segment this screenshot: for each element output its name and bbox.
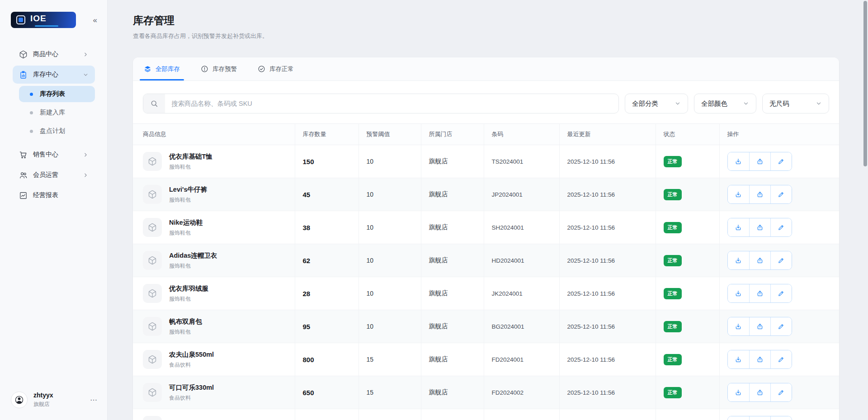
table-row[interactable]: 乐事薯片（原味） 正常 xyxy=(133,409,839,420)
search-input[interactable] xyxy=(165,94,618,113)
status-badge: 正常 xyxy=(664,255,682,266)
product-name: 农夫山泉550ml xyxy=(169,350,214,359)
table-row[interactable]: 优衣库基础T恤 服饰鞋包 150 10 旗舰店 TS2024001 2025-1… xyxy=(133,145,839,178)
product-name: 可口可乐330ml xyxy=(169,383,214,392)
barcode-value: FD2024002 xyxy=(484,376,559,409)
table-row[interactable]: Nike运动鞋 服饰鞋包 38 10 旗舰店 SH2024001 2025-12… xyxy=(133,211,839,244)
store-name: 旗舰店 xyxy=(421,343,484,376)
sidebar-item-inventory-center[interactable]: 库存中心 xyxy=(13,66,95,84)
collapse-icon[interactable]: « xyxy=(93,16,97,24)
sidebar-item-label: 会员运营 xyxy=(33,171,58,179)
table-row[interactable]: 帆布双肩包 服饰鞋包 95 10 旗舰店 BG2024001 2025-12-1… xyxy=(133,310,839,343)
tab-inventory-normal[interactable]: 库存正常 xyxy=(257,57,295,80)
page-subtitle: 查看各商品库存占用，识别预警并发起补货或出库。 xyxy=(133,32,839,40)
color-select[interactable]: 全部颜色 xyxy=(694,94,756,113)
product-text: 优衣库基础T恤 服饰鞋包 xyxy=(169,152,212,171)
table-row[interactable]: 优衣库羽绒服 服饰鞋包 28 10 旗舰店 JK2024001 2025-12-… xyxy=(133,277,839,310)
inbound-download-icon xyxy=(735,389,742,396)
sidebar-item-stocktake-plan[interactable]: 盘点计划 xyxy=(19,123,95,139)
tab-label: 全部库存 xyxy=(156,65,180,73)
tab-all-inventory[interactable]: 全部库存 xyxy=(143,57,181,80)
table-row[interactable]: 农夫山泉550ml 食品饮料 800 15 旗舰店 FD2024001 2025… xyxy=(133,343,839,376)
dot-icon xyxy=(30,111,33,114)
inbound-button[interactable] xyxy=(728,284,749,302)
inbound-button[interactable] xyxy=(728,152,749,170)
chevron-right-icon xyxy=(83,152,89,158)
product-cube-icon xyxy=(143,284,162,303)
barcode-value: BG2024001 xyxy=(484,310,559,343)
sidebar-item-product-center[interactable]: 商品中心 xyxy=(13,45,95,63)
outbound-button[interactable] xyxy=(749,152,770,170)
outbound-button[interactable] xyxy=(749,284,770,302)
edit-button[interactable] xyxy=(770,152,792,170)
inbound-button[interactable] xyxy=(728,185,749,203)
updated-time: 2025-12-10 11:56 xyxy=(559,244,656,277)
updated-time: 2025-12-10 11:56 xyxy=(559,178,656,211)
outbound-button[interactable] xyxy=(749,251,770,269)
category-select[interactable]: 全部分类 xyxy=(625,94,688,113)
outbound-button[interactable] xyxy=(749,416,770,420)
outbound-button[interactable] xyxy=(749,218,770,236)
layers-icon xyxy=(144,65,151,73)
edit-button[interactable] xyxy=(770,383,792,401)
outbound-share-icon xyxy=(756,224,764,231)
sidebar-item-member-ops[interactable]: 会员运营 xyxy=(13,166,95,184)
inbound-button[interactable] xyxy=(728,317,749,335)
table-row[interactable]: Adidas连帽卫衣 服饰鞋包 62 10 旗舰店 HD2024001 2025… xyxy=(133,244,839,277)
outbound-button[interactable] xyxy=(749,317,770,335)
action-group xyxy=(727,317,792,336)
scrollbar[interactable] xyxy=(863,1,867,166)
chevron-down-icon xyxy=(743,100,749,107)
store-name: 旗舰店 xyxy=(421,145,484,178)
edit-button[interactable] xyxy=(770,350,792,368)
stock-qty: 650 xyxy=(295,376,359,409)
ellipsis-icon[interactable]: ⋯ xyxy=(90,396,98,404)
outbound-share-icon xyxy=(756,290,764,297)
inbound-button[interactable] xyxy=(728,218,749,236)
logo-underline xyxy=(35,25,58,27)
inbound-download-icon xyxy=(735,323,742,330)
status-badge: 正常 xyxy=(664,189,682,200)
edit-button[interactable] xyxy=(770,218,792,236)
action-group xyxy=(727,185,792,204)
updated-time: 2025-12-10 11:56 xyxy=(559,310,656,343)
stock-qty: 800 xyxy=(295,343,359,376)
inbound-button[interactable] xyxy=(728,416,749,420)
edit-button[interactable] xyxy=(770,251,792,269)
store-name: 旗舰店 xyxy=(421,310,484,343)
inventory-table: 商品信息 库存数量 预警阈值 所属门店 条码 最近更新 状态 操作 优衣库基础T… xyxy=(133,123,839,420)
user-panel[interactable]: zhtyyx 旗舰店 ⋯ xyxy=(0,383,107,420)
product-name: Nike运动鞋 xyxy=(169,218,203,227)
tab-inventory-warning[interactable]: 库存预警 xyxy=(200,57,238,80)
edit-button[interactable] xyxy=(770,416,792,420)
edit-pencil-icon xyxy=(778,191,785,198)
inbound-button[interactable] xyxy=(728,251,749,269)
sidebar-item-business-report[interactable]: 经营报表 xyxy=(13,186,95,204)
chevron-down-icon xyxy=(816,100,822,107)
edit-button[interactable] xyxy=(770,284,792,302)
col-status: 状态 xyxy=(656,124,719,145)
sidebar-item-sales-center[interactable]: 销售中心 xyxy=(13,146,95,164)
edit-button[interactable] xyxy=(770,185,792,203)
tab-label: 库存预警 xyxy=(212,65,237,73)
threshold-value: 10 xyxy=(359,211,421,244)
barcode-value: SH2024001 xyxy=(484,211,559,244)
action-group xyxy=(727,152,792,171)
inbound-button[interactable] xyxy=(728,350,749,368)
sidebar-item-new-inbound[interactable]: 新建入库 xyxy=(19,104,95,121)
outbound-button[interactable] xyxy=(749,383,770,401)
tab-bar: 全部库存 库存预警 库存正常 xyxy=(133,57,839,81)
sidebar-item-label: 经营报表 xyxy=(33,191,58,199)
edit-button[interactable] xyxy=(770,317,792,335)
stock-qty: 45 xyxy=(295,178,359,211)
outbound-button[interactable] xyxy=(749,350,770,368)
sidebar-item-inventory-list[interactable]: 库存列表 xyxy=(19,86,95,102)
col-updated: 最近更新 xyxy=(559,124,656,145)
size-select[interactable]: 无尺码 xyxy=(762,94,829,113)
outbound-button[interactable] xyxy=(749,185,770,203)
table-row[interactable]: 可口可乐330ml 食品饮料 650 15 旗舰店 FD2024002 2025… xyxy=(133,376,839,409)
outbound-share-icon xyxy=(756,323,764,330)
inbound-button[interactable] xyxy=(728,383,749,401)
table-row[interactable]: Levi's牛仔裤 服饰鞋包 45 10 旗舰店 JP2024001 2025-… xyxy=(133,178,839,211)
user-store: 旗舰店 xyxy=(33,401,53,408)
